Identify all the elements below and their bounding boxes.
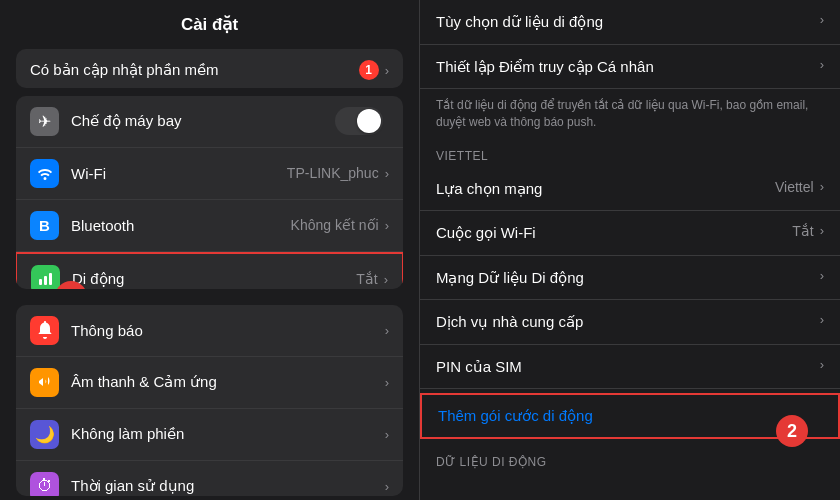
step-2-badge: 2 bbox=[776, 415, 808, 447]
network-value: Viettel bbox=[775, 179, 814, 195]
focus-item[interactable]: 🌙 Không làm phiền › bbox=[16, 409, 403, 461]
mobile-data-label: Mạng Dữ liệu Di động bbox=[436, 268, 820, 288]
focus-label: Không làm phiền bbox=[71, 425, 385, 443]
mobile-data-footer-header: DỮ LIỆU DI ĐỘNG bbox=[420, 447, 840, 473]
wifi-call-item[interactable]: Cuộc gọi Wi-Fi Tắt › bbox=[420, 211, 840, 256]
mobile-icon bbox=[31, 265, 60, 289]
notifications-item[interactable]: Thông báo › bbox=[16, 305, 403, 357]
notifications-label: Thông báo bbox=[71, 322, 385, 339]
mobile-item[interactable]: Di động Tắt › 1 bbox=[16, 252, 403, 289]
wifi-label: Wi-Fi bbox=[71, 165, 287, 182]
screentime-icon: ⏱ bbox=[30, 472, 59, 496]
chevron-icon: › bbox=[385, 323, 389, 338]
wifi-icon bbox=[30, 159, 59, 188]
airplane-label: Chế độ máy bay bbox=[71, 112, 335, 130]
chevron-icon: › bbox=[385, 218, 389, 233]
bluetooth-value: Không kết nối bbox=[291, 217, 379, 233]
chevron-icon: › bbox=[820, 312, 824, 327]
chevron-icon: › bbox=[820, 179, 824, 194]
update-badge: 1 bbox=[359, 60, 379, 80]
mobile-data-item[interactable]: Mạng Dữ liệu Di động › bbox=[420, 256, 840, 301]
update-section: Có bản cập nhật phần mềm 1 › bbox=[16, 49, 403, 88]
svg-marker-3 bbox=[39, 378, 43, 386]
chevron-icon: › bbox=[820, 57, 824, 72]
airplane-icon: ✈ bbox=[30, 107, 59, 136]
screentime-item[interactable]: ⏱ Thời gian sử dụng › bbox=[16, 461, 403, 496]
update-item[interactable]: Có bản cập nhật phần mềm 1 › bbox=[16, 49, 403, 88]
svg-rect-2 bbox=[49, 273, 52, 285]
chevron-icon: › bbox=[820, 357, 824, 372]
custom-data-item[interactable]: Tùy chọn dữ liệu di động › bbox=[420, 0, 840, 45]
bluetooth-label: Bluetooth bbox=[71, 217, 291, 234]
wifi-value: TP-LINK_phuc bbox=[287, 165, 379, 181]
sound-item[interactable]: Âm thanh & Cảm ứng › bbox=[16, 357, 403, 409]
data-description: Tắt dữ liệu di động để truyền tắt cả dữ … bbox=[420, 89, 840, 141]
chevron-icon: › bbox=[385, 63, 389, 78]
add-package-item[interactable]: Thêm gói cước di động 2 bbox=[420, 393, 840, 439]
chevron-icon: › bbox=[384, 272, 388, 287]
sim-pin-label: PIN của SIM bbox=[436, 357, 820, 377]
update-label: Có bản cập nhật phần mềm bbox=[30, 61, 359, 79]
left-panel: Cài đặt Có bản cập nhật phần mềm 1 › ✈ C… bbox=[0, 0, 420, 500]
focus-icon: 🌙 bbox=[30, 420, 59, 449]
custom-data-label: Tùy chọn dữ liệu di động bbox=[436, 12, 820, 32]
chevron-icon: › bbox=[385, 166, 389, 181]
svg-rect-1 bbox=[44, 276, 47, 285]
notifications-icon bbox=[30, 316, 59, 345]
sound-label: Âm thanh & Cảm ứng bbox=[71, 373, 385, 391]
wifi-call-label: Cuộc gọi Wi-Fi bbox=[436, 223, 792, 243]
chevron-icon: › bbox=[385, 427, 389, 442]
chevron-icon: › bbox=[820, 268, 824, 283]
hotspot-item[interactable]: Thiết lập Điểm truy cập Cá nhân › bbox=[420, 45, 840, 90]
page-title: Cài đặt bbox=[0, 0, 419, 45]
bluetooth-item[interactable]: B Bluetooth Không kết nối › bbox=[16, 200, 403, 252]
right-panel: Tùy chọn dữ liệu di động › Thiết lập Điể… bbox=[420, 0, 840, 500]
screentime-label: Thời gian sử dụng bbox=[71, 477, 385, 495]
connectivity-section: ✈ Chế độ máy bay Wi-Fi TP-LINK_phuc › B … bbox=[16, 96, 403, 289]
airplane-item[interactable]: ✈ Chế độ máy bay bbox=[16, 96, 403, 148]
network-select-item[interactable]: Lựa chọn mạng Viettel › bbox=[420, 167, 840, 212]
chevron-icon: › bbox=[385, 375, 389, 390]
provider-label: Dịch vụ nhà cung cấp bbox=[436, 312, 820, 332]
wifi-call-value: Tắt bbox=[792, 223, 813, 239]
chevron-icon: › bbox=[820, 223, 824, 238]
svg-rect-0 bbox=[39, 279, 42, 285]
sim-pin-item[interactable]: PIN của SIM › bbox=[420, 345, 840, 390]
hotspot-label: Thiết lập Điểm truy cập Cá nhân bbox=[436, 57, 820, 77]
provider-item[interactable]: Dịch vụ nhà cung cấp › bbox=[420, 300, 840, 345]
toggle-knob bbox=[357, 109, 381, 133]
mobile-label: Di động bbox=[72, 270, 356, 288]
wifi-item[interactable]: Wi-Fi TP-LINK_phuc › bbox=[16, 148, 403, 200]
add-package-label: Thêm gói cước di động bbox=[438, 407, 822, 425]
chevron-icon: › bbox=[820, 12, 824, 27]
settings-section: Thông báo › Âm thanh & Cảm ứng › 🌙 Không… bbox=[16, 305, 403, 496]
bluetooth-icon: B bbox=[30, 211, 59, 240]
viettel-header: VIETTEL bbox=[420, 141, 840, 167]
chevron-icon: › bbox=[385, 479, 389, 494]
airplane-toggle[interactable] bbox=[335, 107, 383, 135]
network-select-label: Lựa chọn mạng bbox=[436, 179, 775, 199]
mobile-value: Tắt bbox=[356, 271, 377, 287]
sound-icon bbox=[30, 368, 59, 397]
